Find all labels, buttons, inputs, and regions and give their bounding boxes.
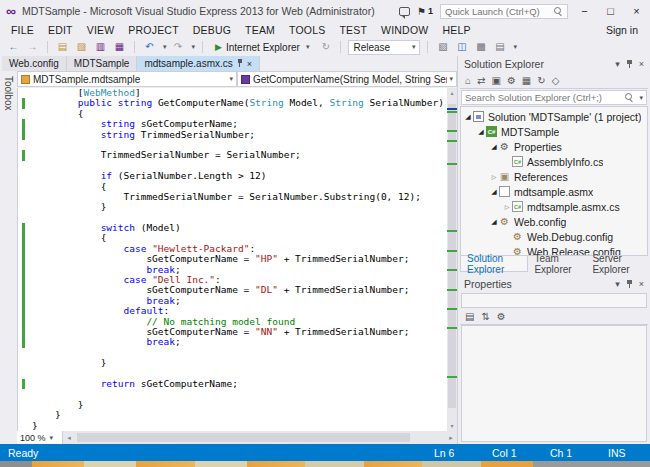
menu-view[interactable]: VIEW <box>80 24 122 36</box>
menu-project[interactable]: PROJECT <box>121 24 185 36</box>
hscroll-track[interactable] <box>75 431 445 444</box>
editor-vertical-scrollbar[interactable]: ▴ ▾ <box>447 88 457 431</box>
vscroll-track[interactable] <box>447 98 457 421</box>
scroll-up-icon[interactable]: ▴ <box>447 88 457 98</box>
tree-item-mdtsample[interactable]: ◢C#MDTSample <box>461 124 647 139</box>
menubar: FILEEDITVIEWPROJECTDEBUGTEAMTOOLSTESTWIN… <box>0 22 650 38</box>
collapse-all-icon[interactable]: ▣ <box>491 73 500 88</box>
sync-with-active-document-icon[interactable]: ⇄ <box>477 73 485 88</box>
quick-launch-input[interactable]: Quick Launch (Ctrl+Q) <box>440 4 568 19</box>
window-position-icon[interactable]: ▾ <box>615 59 620 69</box>
alphabetical-icon[interactable]: ⇅ <box>481 309 489 324</box>
tree-item-web-debug-config[interactable]: ⚙Web.Debug.config <box>461 229 647 244</box>
refresh-icon[interactable]: ↻ <box>318 39 333 55</box>
properties-icon[interactable]: ⚙ <box>507 73 516 88</box>
collapse-arrow-icon[interactable]: ◢ <box>463 113 473 121</box>
start-debug-button[interactable]: ▶ Internet Explorer ▾ <box>210 42 314 53</box>
view-code-icon[interactable]: ◇ <box>552 73 560 88</box>
scroll-left-icon[interactable]: ◂ <box>63 434 75 442</box>
redo-icon[interactable]: ↷ <box>171 39 186 55</box>
save-icon[interactable]: ▥ <box>93 39 108 55</box>
open-file-icon[interactable]: ▨ <box>74 39 89 55</box>
code-token: String <box>249 97 283 108</box>
panel-tab-server-explorer[interactable]: Server Explorer <box>586 256 648 272</box>
nav-back-icon[interactable]: ← <box>6 39 21 55</box>
nav-forward-icon[interactable]: → <box>25 39 40 55</box>
menu-tools[interactable]: TOOLS <box>282 24 332 36</box>
close-icon[interactable]: × <box>639 59 644 69</box>
change-tracking-bar <box>22 275 25 285</box>
class-dropdown[interactable]: MDTSample.mdtsample ▾ <box>17 71 237 87</box>
code-editor[interactable]: [WebMethod] public string GetComputerNam… <box>17 88 447 431</box>
categorized-icon[interactable]: ▤ <box>465 309 474 324</box>
tree-item-properties[interactable]: ◢⚙Properties <box>461 139 647 154</box>
panel-tab-solution-explorer[interactable]: Solution Explorer <box>460 256 528 272</box>
new-file-icon[interactable]: ▤ <box>55 39 70 55</box>
close-button[interactable]: × <box>627 5 646 17</box>
save-all-icon[interactable]: ▦ <box>112 39 127 55</box>
properties-title: Properties <box>464 278 512 290</box>
panel-tab-team-explorer[interactable]: Team Explorer <box>528 256 586 272</box>
pin-icon[interactable] <box>237 59 243 68</box>
menu-edit[interactable]: EDIT <box>41 24 80 36</box>
close-icon[interactable]: × <box>639 279 644 289</box>
extensions-icon[interactable]: ▩ <box>473 39 488 55</box>
toolbar-overflow-icon[interactable]: ▾ <box>513 43 517 51</box>
undo-dropdown-icon[interactable]: ▾ <box>163 43 167 51</box>
minimize-button[interactable]: − <box>575 5 594 17</box>
toolbox-tab[interactable]: Toolbox <box>0 71 17 444</box>
collapse-arrow-icon[interactable]: ◢ <box>489 143 499 151</box>
property-pages-icon[interactable]: ⚙ <box>497 309 506 324</box>
hscroll-thumb[interactable] <box>77 433 410 442</box>
vscroll-thumb[interactable] <box>448 104 456 408</box>
doc-tab-mdtsample[interactable]: MDTSample <box>67 56 138 71</box>
solution-explorer-search-input[interactable]: Search Solution Explorer (Ctrl+;) ▾ <box>461 90 647 105</box>
doc-tab-web-config[interactable]: Web.config <box>2 56 67 71</box>
redo-dropdown-icon[interactable]: ▾ <box>192 43 196 51</box>
collapse-arrow-icon[interactable]: ◢ <box>489 218 499 226</box>
menu-file[interactable]: FILE <box>4 24 41 36</box>
notifications-flag-icon[interactable]: ⚑ 1 <box>417 6 433 17</box>
editor-horizontal-scrollbar[interactable]: 100 % ▾ ◂ ▸ <box>17 431 457 444</box>
sign-in-link[interactable]: Sign in <box>606 24 646 36</box>
pin-icon[interactable] <box>626 280 633 289</box>
properties-object-combo[interactable] <box>461 293 647 308</box>
windows-taskbar[interactable] <box>0 461 650 467</box>
refresh-icon[interactable]: ↻ <box>537 73 545 88</box>
scroll-right-icon[interactable]: ▸ <box>445 434 457 442</box>
home-icon[interactable]: ⌂ <box>465 73 471 88</box>
collapse-arrow-icon[interactable]: ◢ <box>476 128 486 136</box>
solution-explorer-toolbar-icon[interactable]: ◫ <box>454 39 469 55</box>
scroll-down-icon[interactable]: ▾ <box>447 421 457 431</box>
expand-arrow-icon[interactable]: ▷ <box>489 173 499 180</box>
menu-debug[interactable]: DEBUG <box>186 24 238 36</box>
tree-item-references[interactable]: ▷▣References <box>461 169 647 184</box>
menu-team[interactable]: TEAM <box>238 24 282 36</box>
undo-icon[interactable]: ↶ <box>142 39 157 55</box>
tree-item-solution-mdtsample-1-project[interactable]: ◢Solution 'MDTSample' (1 project) <box>461 109 647 124</box>
show-all-files-icon[interactable]: ▦ <box>522 73 531 88</box>
solution-configuration-combo[interactable]: Release ▾ <box>348 40 420 55</box>
feedback-icon[interactable] <box>399 7 410 16</box>
expand-arrow-icon[interactable]: ▷ <box>502 203 512 210</box>
close-icon[interactable]: × <box>247 59 252 69</box>
find-in-files-icon[interactable]: ▧ <box>435 39 450 55</box>
code-token: sGetComputerName = <box>32 253 255 264</box>
tree-item-mdtsample-asmx-cs[interactable]: ▷C#mdtsample.asmx.cs <box>461 199 647 214</box>
change-tracking-bar <box>22 119 25 129</box>
tree-item-web-config[interactable]: ◢⚙Web.config <box>461 214 647 229</box>
pin-icon[interactable] <box>626 60 633 69</box>
window-position-icon[interactable]: ▾ <box>615 279 620 289</box>
code-token: Model, <box>284 97 330 108</box>
collapse-arrow-icon[interactable]: ◢ <box>489 188 499 196</box>
properties-window-icon[interactable]: ▤ <box>492 39 507 55</box>
tree-item-assemblyinfo-cs[interactable]: C#AssemblyInfo.cs <box>461 154 647 169</box>
tree-item-mdtsample-asmx[interactable]: ◢mdtsample.asmx <box>461 184 647 199</box>
menu-help[interactable]: HELP <box>435 24 477 36</box>
menu-window[interactable]: WINDOW <box>374 24 435 36</box>
doc-tab-mdtsample-asmx-cs[interactable]: mdtsample.asmx.cs× <box>137 56 260 71</box>
zoom-level-combo[interactable]: 100 % ▾ <box>17 431 63 444</box>
menu-test[interactable]: TEST <box>332 24 374 36</box>
maximize-button[interactable]: □ <box>601 5 620 17</box>
method-dropdown[interactable]: GetComputerName(String Model, String Ser… <box>237 71 457 87</box>
